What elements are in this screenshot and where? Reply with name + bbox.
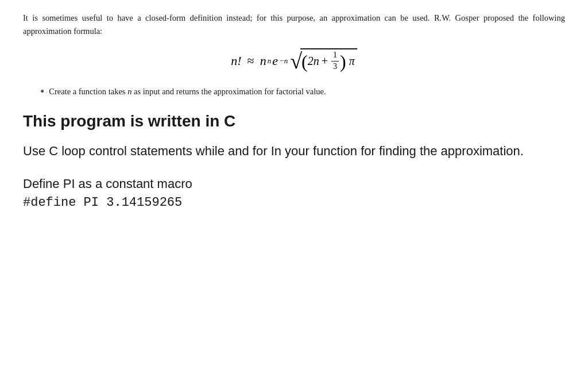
formula-rhs: nne−n √ ( 2n + 1 3 ) π	[260, 48, 357, 73]
bullet-dot: ●	[40, 87, 44, 95]
define-section: Define PI as a constant macro #define PI…	[23, 174, 565, 212]
fraction-numerator: 1	[331, 51, 339, 62]
intro-paragraph: It is sometimes useful to have a closed-…	[23, 11, 565, 38]
define-label: Define PI as a constant macro	[23, 174, 565, 193]
fraction-one-third: 1 3	[331, 51, 339, 72]
bullet-text: Create a function takes n as input and r…	[49, 86, 326, 98]
loop-control-text: Use C loop control statements while and …	[23, 142, 565, 160]
bullet-item: ● Create a function takes n as input and…	[23, 86, 565, 98]
sqrt-content: ( 2n + 1 3 ) π	[300, 48, 357, 73]
two-n: 2n	[308, 55, 319, 68]
formula-display: n! ≈ nne−n √ ( 2n + 1 3 )	[23, 48, 565, 73]
paren-group: ( 2n + 1 3 )	[301, 51, 346, 72]
pi-symbol: π	[349, 55, 355, 68]
section-heading: This program is written in C	[23, 112, 565, 130]
sqrt-wrapper: √ ( 2n + 1 3 ) π	[290, 48, 357, 73]
rhs-n: n	[260, 53, 266, 68]
n-variable: n	[127, 87, 131, 96]
open-paren: (	[301, 52, 308, 71]
rhs-euler: e	[272, 53, 278, 68]
fraction-denominator: 3	[331, 62, 339, 72]
rhs-exp-n: n	[268, 56, 272, 66]
close-paren: )	[340, 52, 346, 71]
formula-lhs: n!	[231, 53, 241, 68]
plus-sign: +	[322, 55, 328, 68]
define-code: #define PI 3.14159265	[23, 193, 565, 212]
rhs-neg-exp: −n	[279, 56, 288, 66]
approx-symbol: ≈	[247, 53, 254, 68]
